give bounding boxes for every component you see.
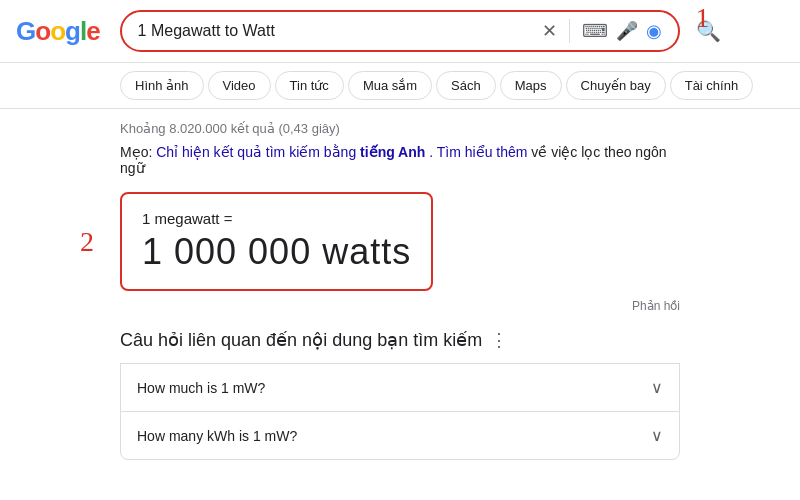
tip-text: Mẹo: Chỉ hiện kết quả tìm kiếm bằng tiến… bbox=[120, 144, 680, 176]
conversion-box-wrapper: 2 1 megawatt = 1 000 000 watts bbox=[120, 192, 680, 291]
tab-mua-sam[interactable]: Mua sắm bbox=[348, 71, 432, 100]
faq-label-1: How many kWh is 1 mW? bbox=[137, 428, 297, 444]
tab-tin-tuc[interactable]: Tin tức bbox=[275, 71, 344, 100]
tip-link1-bold: tiếng Anh bbox=[360, 144, 425, 160]
keyboard-icon[interactable]: ⌨ bbox=[578, 16, 612, 46]
main-content: Khoảng 8.020.000 kết quả (0,43 giây) Mẹo… bbox=[0, 109, 800, 472]
related-questions-section: Câu hỏi liên quan đến nội dung bạn tìm k… bbox=[120, 329, 680, 460]
conversion-label: 1 megawatt = bbox=[142, 210, 411, 227]
tip-link1-dot: . bbox=[425, 144, 433, 160]
tab-maps[interactable]: Maps bbox=[500, 71, 562, 100]
faq-item-0[interactable]: How much is 1 mW? ∨ bbox=[120, 363, 680, 411]
related-title-text: Câu hỏi liên quan đến nội dung bạn tìm k… bbox=[120, 329, 482, 351]
tip-link1[interactable]: Chỉ hiện kết quả tìm kiếm bằng tiếng Anh… bbox=[156, 144, 437, 160]
tab-hinh-anh[interactable]: Hình ảnh bbox=[120, 71, 204, 100]
search-bar[interactable]: 1 Megawatt to Watt ✕ ⌨ 🎤 ◉ bbox=[120, 10, 680, 52]
more-options-icon[interactable]: ⋮ bbox=[490, 329, 508, 351]
annotation-1: 1 bbox=[696, 2, 710, 34]
chevron-down-icon-1: ∨ bbox=[651, 426, 663, 445]
faq-item-1[interactable]: How many kWh is 1 mW? ∨ bbox=[120, 411, 680, 460]
feedback-text: Phản hồi bbox=[120, 299, 680, 313]
tab-video[interactable]: Video bbox=[208, 71, 271, 100]
google-logo: Google bbox=[16, 16, 100, 47]
tab-chuyen-bay[interactable]: Chuyến bay bbox=[566, 71, 666, 100]
annotation-2: 2 bbox=[80, 226, 94, 258]
conversion-result: 1 000 000 watts bbox=[142, 231, 411, 273]
chevron-down-icon-0: ∨ bbox=[651, 378, 663, 397]
faq-label-0: How much is 1 mW? bbox=[137, 380, 265, 396]
tip-link1-text: Chỉ hiện kết quả tìm kiếm bằng bbox=[156, 144, 360, 160]
result-stats: Khoảng 8.020.000 kết quả (0,43 giây) bbox=[120, 121, 680, 136]
tab-tai-chinh[interactable]: Tài chính bbox=[670, 71, 753, 100]
nav-tabs: Hình ảnh Video Tin tức Mua sắm Sách Maps… bbox=[0, 63, 800, 109]
tip-prefix: Mẹo: bbox=[120, 144, 156, 160]
conversion-box: 1 megawatt = 1 000 000 watts bbox=[120, 192, 433, 291]
tab-sach[interactable]: Sách bbox=[436, 71, 496, 100]
related-questions-title: Câu hỏi liên quan đến nội dung bạn tìm k… bbox=[120, 329, 680, 351]
voice-search-icon[interactable]: 🎤 bbox=[612, 16, 642, 46]
image-search-icon[interactable]: ◉ bbox=[642, 16, 666, 46]
tip-link2[interactable]: Tìm hiểu thêm bbox=[437, 144, 528, 160]
search-query-text: 1 Megawatt to Watt bbox=[138, 22, 538, 40]
header: Google 1 Megawatt to Watt ✕ ⌨ 🎤 ◉ 1 🔍 bbox=[0, 0, 800, 63]
clear-button[interactable]: ✕ bbox=[538, 16, 561, 46]
